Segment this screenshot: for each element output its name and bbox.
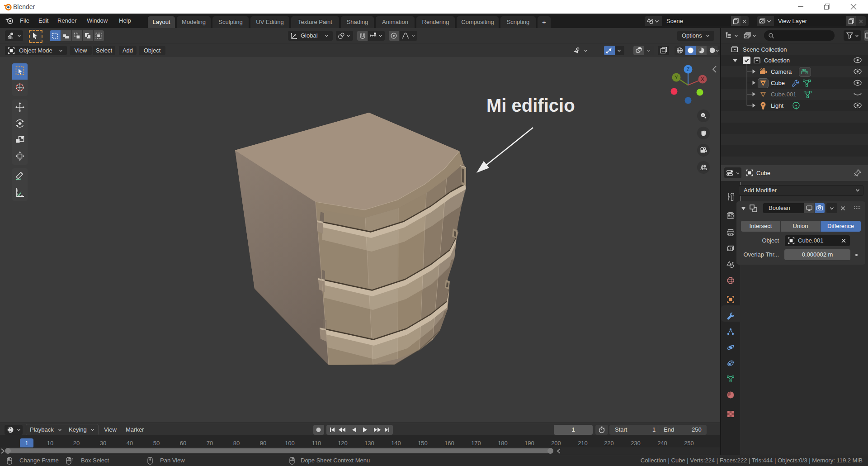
svg-text:X: X	[701, 76, 704, 82]
svg-text:Y: Y	[675, 75, 678, 80]
svg-text:Z: Z	[687, 67, 690, 72]
